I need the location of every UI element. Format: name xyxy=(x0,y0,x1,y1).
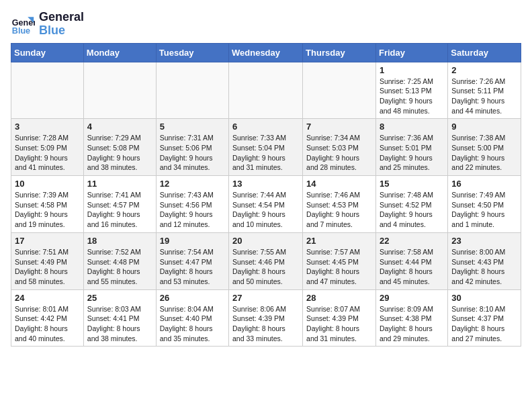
weekday-header: Thursday xyxy=(303,43,376,62)
day-info: Sunrise: 7:36 AM Sunset: 5:01 PM Dayligh… xyxy=(380,133,444,173)
logo: General Blue General Blue xyxy=(11,11,84,38)
day-info: Sunrise: 8:07 AM Sunset: 4:39 PM Dayligh… xyxy=(306,304,372,344)
day-number: 22 xyxy=(380,236,444,246)
day-info: Sunrise: 7:34 AM Sunset: 5:03 PM Dayligh… xyxy=(306,133,372,173)
day-number: 13 xyxy=(232,179,299,189)
day-info: Sunrise: 8:10 AM Sunset: 4:37 PM Dayligh… xyxy=(451,304,517,344)
day-number: 3 xyxy=(15,122,80,132)
calendar-table: SundayMondayTuesdayWednesdayThursdayFrid… xyxy=(11,43,521,347)
day-info: Sunrise: 7:58 AM Sunset: 4:44 PM Dayligh… xyxy=(380,247,444,287)
calendar-cell: 4Sunrise: 7:29 AM Sunset: 5:08 PM Daylig… xyxy=(83,119,156,176)
day-info: Sunrise: 7:57 AM Sunset: 4:45 PM Dayligh… xyxy=(306,247,372,287)
day-number: 30 xyxy=(451,293,517,303)
day-number: 27 xyxy=(232,293,299,303)
calendar-cell: 20Sunrise: 7:55 AM Sunset: 4:46 PM Dayli… xyxy=(229,232,303,289)
svg-text:Blue: Blue xyxy=(12,26,30,36)
day-info: Sunrise: 7:44 AM Sunset: 4:54 PM Dayligh… xyxy=(232,190,299,230)
day-number: 17 xyxy=(15,236,80,246)
day-number: 4 xyxy=(87,122,152,132)
day-number: 16 xyxy=(451,179,517,189)
calendar-cell: 12Sunrise: 7:43 AM Sunset: 4:56 PM Dayli… xyxy=(156,176,228,233)
day-info: Sunrise: 8:03 AM Sunset: 4:41 PM Dayligh… xyxy=(87,304,152,344)
day-info: Sunrise: 7:43 AM Sunset: 4:56 PM Dayligh… xyxy=(160,190,225,230)
calendar-cell: 2Sunrise: 7:26 AM Sunset: 5:11 PM Daylig… xyxy=(448,62,521,119)
calendar-cell: 22Sunrise: 7:58 AM Sunset: 4:44 PM Dayli… xyxy=(375,232,447,289)
weekday-header-row: SundayMondayTuesdayWednesdayThursdayFrid… xyxy=(11,43,521,62)
calendar-cell: 7Sunrise: 7:34 AM Sunset: 5:03 PM Daylig… xyxy=(303,119,376,176)
calendar-cell: 9Sunrise: 7:38 AM Sunset: 5:00 PM Daylig… xyxy=(448,119,521,176)
calendar-cell: 25Sunrise: 8:03 AM Sunset: 4:41 PM Dayli… xyxy=(83,289,156,347)
calendar-cell: 17Sunrise: 7:51 AM Sunset: 4:49 PM Dayli… xyxy=(11,232,84,289)
day-number: 15 xyxy=(380,179,444,189)
day-number: 19 xyxy=(160,236,225,246)
day-number: 29 xyxy=(380,293,444,303)
calendar-cell: 14Sunrise: 7:46 AM Sunset: 4:53 PM Dayli… xyxy=(303,176,376,233)
calendar-cell: 30Sunrise: 8:10 AM Sunset: 4:37 PM Dayli… xyxy=(448,289,521,347)
calendar-cell: 8Sunrise: 7:36 AM Sunset: 5:01 PM Daylig… xyxy=(375,119,447,176)
weekday-header: Friday xyxy=(375,43,447,62)
day-info: Sunrise: 7:52 AM Sunset: 4:48 PM Dayligh… xyxy=(87,247,152,287)
day-number: 25 xyxy=(87,293,152,303)
day-number: 18 xyxy=(87,236,152,246)
calendar-cell xyxy=(83,62,156,119)
day-number: 10 xyxy=(15,179,80,189)
day-number: 1 xyxy=(380,65,444,75)
day-info: Sunrise: 8:09 AM Sunset: 4:38 PM Dayligh… xyxy=(380,304,444,344)
calendar-cell xyxy=(156,62,228,119)
day-info: Sunrise: 8:00 AM Sunset: 4:43 PM Dayligh… xyxy=(451,247,517,287)
calendar-cell: 19Sunrise: 7:54 AM Sunset: 4:47 PM Dayli… xyxy=(156,232,228,289)
calendar-cell: 16Sunrise: 7:49 AM Sunset: 4:50 PM Dayli… xyxy=(448,176,521,233)
day-info: Sunrise: 7:33 AM Sunset: 5:04 PM Dayligh… xyxy=(232,133,299,173)
weekday-header: Tuesday xyxy=(156,43,228,62)
day-number: 14 xyxy=(306,179,372,189)
calendar-week-row: 10Sunrise: 7:39 AM Sunset: 4:58 PM Dayli… xyxy=(11,176,521,233)
weekday-header: Sunday xyxy=(11,43,84,62)
logo-icon: General Blue xyxy=(11,12,35,36)
calendar-cell: 29Sunrise: 8:09 AM Sunset: 4:38 PM Dayli… xyxy=(375,289,447,347)
day-info: Sunrise: 8:06 AM Sunset: 4:39 PM Dayligh… xyxy=(232,304,299,344)
calendar-cell: 21Sunrise: 7:57 AM Sunset: 4:45 PM Dayli… xyxy=(303,232,376,289)
day-number: 8 xyxy=(380,122,444,132)
day-number: 20 xyxy=(232,236,299,246)
day-info: Sunrise: 7:26 AM Sunset: 5:11 PM Dayligh… xyxy=(451,77,517,116)
calendar-cell: 13Sunrise: 7:44 AM Sunset: 4:54 PM Dayli… xyxy=(229,176,303,233)
logo-text: General Blue xyxy=(39,11,84,38)
day-number: 12 xyxy=(160,179,225,189)
calendar-cell: 27Sunrise: 8:06 AM Sunset: 4:39 PM Dayli… xyxy=(229,289,303,347)
calendar-cell: 10Sunrise: 7:39 AM Sunset: 4:58 PM Dayli… xyxy=(11,176,84,233)
calendar-week-row: 1Sunrise: 7:25 AM Sunset: 5:13 PM Daylig… xyxy=(11,62,521,119)
calendar-week-row: 24Sunrise: 8:01 AM Sunset: 4:42 PM Dayli… xyxy=(11,289,521,347)
calendar-cell: 5Sunrise: 7:31 AM Sunset: 5:06 PM Daylig… xyxy=(156,119,228,176)
calendar-cell: 1Sunrise: 7:25 AM Sunset: 5:13 PM Daylig… xyxy=(375,62,447,119)
calendar-cell: 26Sunrise: 8:04 AM Sunset: 4:40 PM Dayli… xyxy=(156,289,228,347)
calendar-cell xyxy=(11,62,84,119)
calendar-cell xyxy=(303,62,376,119)
day-info: Sunrise: 8:04 AM Sunset: 4:40 PM Dayligh… xyxy=(160,304,225,344)
day-number: 24 xyxy=(15,293,80,303)
day-info: Sunrise: 7:48 AM Sunset: 4:52 PM Dayligh… xyxy=(380,190,444,230)
day-info: Sunrise: 7:49 AM Sunset: 4:50 PM Dayligh… xyxy=(451,190,517,230)
day-info: Sunrise: 7:31 AM Sunset: 5:06 PM Dayligh… xyxy=(160,133,225,173)
day-number: 5 xyxy=(160,122,225,132)
calendar-week-row: 17Sunrise: 7:51 AM Sunset: 4:49 PM Dayli… xyxy=(11,232,521,289)
calendar-cell: 11Sunrise: 7:41 AM Sunset: 4:57 PM Dayli… xyxy=(83,176,156,233)
calendar-cell xyxy=(229,62,303,119)
day-number: 11 xyxy=(87,179,152,189)
day-info: Sunrise: 7:54 AM Sunset: 4:47 PM Dayligh… xyxy=(160,247,225,287)
day-number: 26 xyxy=(160,293,225,303)
calendar-cell: 6Sunrise: 7:33 AM Sunset: 5:04 PM Daylig… xyxy=(229,119,303,176)
calendar-cell: 24Sunrise: 8:01 AM Sunset: 4:42 PM Dayli… xyxy=(11,289,84,347)
day-number: 28 xyxy=(306,293,372,303)
day-info: Sunrise: 7:25 AM Sunset: 5:13 PM Dayligh… xyxy=(380,77,444,116)
weekday-header: Monday xyxy=(83,43,156,62)
day-info: Sunrise: 7:38 AM Sunset: 5:00 PM Dayligh… xyxy=(451,133,517,173)
day-number: 21 xyxy=(306,236,372,246)
day-number: 6 xyxy=(232,122,299,132)
day-number: 7 xyxy=(306,122,372,132)
page-header: General Blue General Blue xyxy=(11,11,521,38)
day-number: 9 xyxy=(451,122,517,132)
day-number: 23 xyxy=(451,236,517,246)
calendar-cell: 15Sunrise: 7:48 AM Sunset: 4:52 PM Dayli… xyxy=(375,176,447,233)
day-info: Sunrise: 7:55 AM Sunset: 4:46 PM Dayligh… xyxy=(232,247,299,287)
day-info: Sunrise: 7:39 AM Sunset: 4:58 PM Dayligh… xyxy=(15,190,80,230)
